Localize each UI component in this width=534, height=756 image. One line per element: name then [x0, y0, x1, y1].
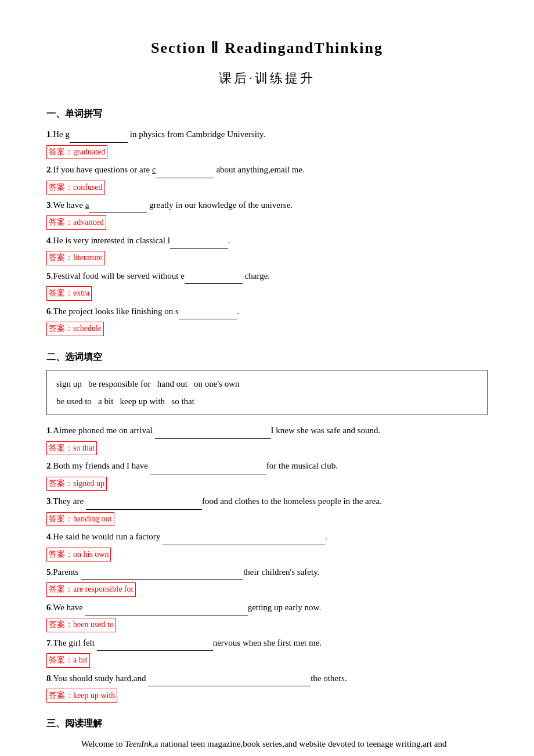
s2-q1: 1.Aimee phoned me on arrival I knew she … — [46, 422, 488, 439]
s2-answer3: 答案：handing out — [46, 511, 488, 528]
q3: 3.We have a greatly in our knowledge of … — [46, 197, 488, 214]
answer5: 答案：extra — [46, 285, 488, 303]
answer3: 答案：advanced — [46, 214, 488, 232]
s2-q2: 2.Both my friends and I have for the mus… — [46, 458, 488, 474]
q2: 2.If you have questions or are c about a… — [46, 161, 488, 178]
s2-answer1: 答案：so that — [46, 440, 488, 458]
s2-q5: 5.Parents their children's safety. — [46, 564, 488, 581]
s2-q4: 4.He said he would run a factory . — [46, 528, 488, 545]
q5: 5.Festival food will be served without e… — [46, 268, 488, 285]
answer6: 答案：schedule — [46, 321, 488, 338]
page-title: Section Ⅱ ReadingandThinking — [46, 35, 488, 62]
q1: 1.He g in physics from Cambridge Univers… — [46, 126, 488, 143]
section1-header: 一、单词拼写 — [46, 106, 488, 123]
s2-answer6: 答案：been used to — [46, 617, 488, 634]
answer2: 答案：confused — [46, 179, 488, 197]
s2-q3: 3.They are food and clothes to the homel… — [46, 493, 488, 510]
s2-answer8: 答案：keep up with — [46, 687, 488, 705]
s2-answer5: 答案：are responsible for — [46, 581, 488, 599]
section2-header: 二、选词填空 — [46, 349, 488, 366]
q4: 4.He is very interested in classical l. — [46, 232, 488, 249]
section3-header: 三、阅读理解 — [46, 715, 488, 732]
s2-q7: 7.The girl felt nervous when she first m… — [46, 635, 488, 651]
subtitle: 课后·训练提升 — [46, 67, 488, 90]
s2-answer7: 答案：a bit — [46, 652, 488, 669]
reading-paragraph: Welcome to TeenInk,a national teen magaz… — [46, 736, 488, 756]
word-box: sign up be responsible for hand out on o… — [46, 370, 488, 415]
answer4: 答案：literature — [46, 250, 488, 267]
s2-answer2: 答案：signed up — [46, 476, 488, 493]
s2-q8: 8.You should study hard,and the others. — [46, 670, 488, 687]
s2-q6: 6.We have getting up early now. — [46, 599, 488, 616]
q6: 6.The project looks like finishing on s. — [46, 303, 488, 320]
answer1: 答案：graduated — [46, 144, 488, 161]
s2-answer4: 答案：on his own — [46, 546, 488, 564]
